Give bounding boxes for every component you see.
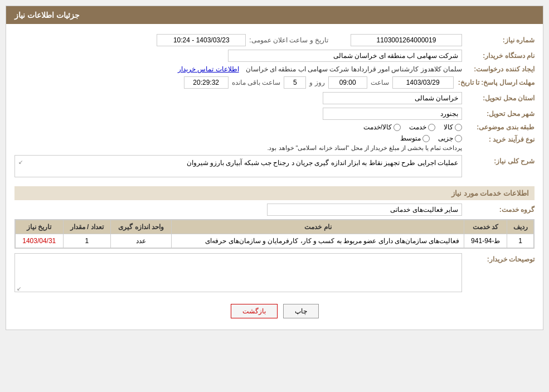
col-header-service-name: نام خدمت <box>172 220 464 234</box>
response-deadline-label: مهلت ارسال پاسخ: تا تاریخ: <box>454 79 535 86</box>
buyer-name-label: نام دستگاه خریدار: <box>462 52 535 60</box>
cell-date: 1403/04/31 <box>16 234 64 248</box>
purchase-type-jozi[interactable]: جزیی <box>438 134 462 142</box>
category-kala-khedmat-radio[interactable] <box>393 124 401 131</box>
page-title: جزئیات اطلاعات نیاز <box>14 11 80 20</box>
requester-value: سلمان کلاهدوز کارشناس امور قراردادها شرک… <box>246 65 462 73</box>
need-desc-label: شرح کلی نیاز: <box>462 155 535 165</box>
need-number-input[interactable] <box>351 34 462 46</box>
category-options: کالا خدمت کالا/خدمت <box>363 123 462 131</box>
cell-quantity: 1 <box>63 234 110 248</box>
cell-service-name: فعالیت‌های سازمان‌های دارای عضو مربوط به… <box>172 234 464 248</box>
response-days-input[interactable] <box>284 76 306 89</box>
page-header: جزئیات اطلاعات نیاز <box>6 6 543 24</box>
category-kala-label: کالا <box>444 123 453 131</box>
services-table: ردیف کد خدمت نام خدمت واحد اندازه گیری ت… <box>15 220 534 248</box>
delivery-province-label: استان محل تحویل: <box>462 94 535 102</box>
announce-datetime-input[interactable] <box>157 34 246 46</box>
table-row: 1 ط-94-941 فعالیت‌های سازمان‌های دارای ع… <box>16 234 534 248</box>
purchase-type-desc: پرداخت تمام یا بخشی از مبلغ خریدار از مح… <box>267 144 462 152</box>
buyer-comments-label: توصیحات خریدار: <box>462 253 535 263</box>
category-kala-khedmat[interactable]: کالا/خدمت <box>363 123 401 131</box>
cell-unit: عدد <box>111 234 172 248</box>
purchase-type-motavasset[interactable]: متوسط <box>400 134 430 142</box>
category-kala[interactable]: کالا <box>444 123 462 131</box>
delivery-city-label: شهر محل تحویل: <box>462 110 535 118</box>
purchase-type-motavasset-radio[interactable] <box>422 135 430 142</box>
delivery-province-input[interactable] <box>323 92 462 104</box>
col-header-date: تاریخ نیاز <box>16 220 64 234</box>
cell-row-num: 1 <box>507 234 534 248</box>
service-group-label: گروه خدمت: <box>462 206 535 214</box>
response-time-input[interactable] <box>328 76 367 89</box>
cell-service-code: ط-94-941 <box>464 234 507 248</box>
category-khedmat-radio[interactable] <box>428 124 435 131</box>
purchase-type-options: جزیی متوسط <box>267 134 462 142</box>
requester-contact-link[interactable]: اطلاعات تماس خریدار <box>178 65 239 73</box>
col-header-unit: واحد اندازه گیری <box>111 220 172 234</box>
response-remaining-label: ساعت باقی مانده <box>232 79 281 86</box>
announce-datetime-label: تاریخ و ساعت اعلان عمومی: <box>249 36 328 44</box>
print-button[interactable]: چاپ <box>283 304 319 318</box>
purchase-type-label: نوع فرآیند خرید : <box>462 134 535 143</box>
purchase-type-jozi-label: جزیی <box>438 134 453 142</box>
category-kala-khedmat-label: کالا/خدمت <box>363 123 392 131</box>
response-date-input[interactable] <box>392 76 454 89</box>
buyer-comments-row: توصیحات خریدار: ↙ <box>14 253 535 294</box>
response-day-label: روز و <box>309 79 324 86</box>
col-header-quantity: تعداد / مقدار <box>63 220 110 234</box>
service-group-input[interactable] <box>267 204 462 216</box>
category-kala-radio[interactable] <box>455 124 462 131</box>
buyer-comments-textarea[interactable] <box>14 253 462 292</box>
services-table-container: ردیف کد خدمت نام خدمت واحد اندازه گیری ت… <box>14 219 535 249</box>
category-label: طبقه بندی موضوعی: <box>462 123 535 131</box>
purchase-type-motavasset-label: متوسط <box>400 134 421 142</box>
response-time-label: ساعت <box>371 79 389 86</box>
response-remaining-input[interactable] <box>184 76 229 89</box>
purchase-type-jozi-radio[interactable] <box>455 135 462 142</box>
need-desc-text: عملیات اجرایی طرح تجهیز نقاط به ابزار ان… <box>187 159 458 167</box>
services-section-header: اطلاعات خدمات مورد نیاز <box>14 186 535 200</box>
need-number-label: شماره نیاز: <box>462 36 535 44</box>
category-khedmat[interactable]: خدمت <box>409 123 435 131</box>
buyer-name-input[interactable] <box>228 50 462 62</box>
need-desc-box: عملیات اجرایی طرح تجهیز نقاط به ابزار ان… <box>14 155 462 177</box>
delivery-city-input[interactable] <box>323 108 462 120</box>
requester-label: ایجاد کننده درخواست: <box>462 65 535 73</box>
button-row: چاپ بازگشت <box>14 298 535 324</box>
services-section-title: اطلاعات خدمات مورد نیاز <box>451 189 529 197</box>
col-header-row-num: ردیف <box>507 220 534 234</box>
back-button[interactable]: بازگشت <box>231 304 278 318</box>
col-header-service-code: کد خدمت <box>464 220 507 234</box>
category-khedmat-label: خدمت <box>409 123 426 131</box>
